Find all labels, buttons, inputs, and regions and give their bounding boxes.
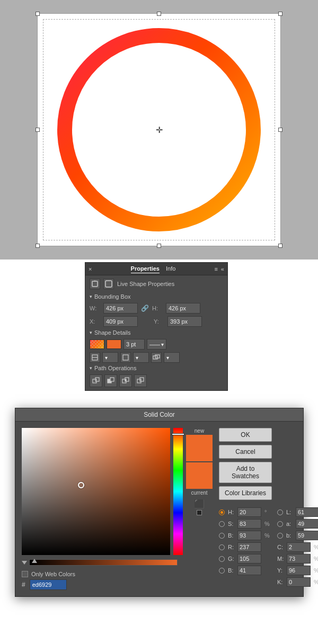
gradient-box[interactable] bbox=[22, 428, 170, 555]
a-radio[interactable] bbox=[277, 521, 283, 527]
panel-menu-button[interactable]: ≡ bbox=[214, 266, 217, 272]
g-field-row: G: bbox=[219, 554, 272, 564]
y-field-value[interactable] bbox=[287, 566, 311, 575]
path-op-exclude[interactable] bbox=[134, 374, 147, 387]
a-field-value[interactable] bbox=[296, 519, 318, 529]
panel-close-button[interactable]: × bbox=[89, 266, 92, 272]
h-radio[interactable] bbox=[219, 509, 225, 515]
slider-thumb bbox=[32, 559, 37, 563]
ok-button[interactable]: OK bbox=[219, 428, 272, 442]
m-field-row: M: % bbox=[277, 554, 318, 564]
b-field-row: B: % bbox=[219, 531, 272, 540]
add-to-swatches-button[interactable]: Add to Swatches bbox=[219, 462, 272, 483]
stroke-width-input[interactable] bbox=[123, 339, 145, 350]
small-square-icon bbox=[197, 510, 202, 515]
m-field-unit: % bbox=[314, 556, 318, 562]
path-operations-header[interactable]: ▾ Path Operations bbox=[90, 365, 223, 371]
s-field-value[interactable] bbox=[237, 519, 261, 529]
m-field-value[interactable] bbox=[287, 554, 311, 564]
color-picker-gradient[interactable] bbox=[22, 428, 170, 555]
svg-rect-12 bbox=[110, 378, 114, 381]
b-field-value[interactable] bbox=[237, 531, 261, 540]
live-shape-row: Live Shape Properties bbox=[90, 279, 223, 289]
g-field-value[interactable] bbox=[237, 554, 261, 564]
dialog-title: Solid Color bbox=[144, 411, 175, 418]
align-icon3[interactable] bbox=[151, 352, 162, 363]
y-label: Y: bbox=[154, 318, 164, 325]
color-libraries-button[interactable]: Color Libraries bbox=[219, 486, 272, 500]
stroke-type-dropdown[interactable]: ——▾ bbox=[147, 339, 166, 350]
y-input[interactable] bbox=[167, 316, 202, 327]
fill-swatch[interactable] bbox=[90, 339, 104, 349]
g-radio[interactable] bbox=[219, 556, 225, 562]
b2-radio[interactable] bbox=[277, 533, 283, 539]
shape-details-label: Shape Details bbox=[94, 329, 131, 336]
hue-slider[interactable] bbox=[173, 428, 183, 555]
bounding-box-arrow: ▾ bbox=[90, 294, 92, 299]
handle-ml[interactable] bbox=[36, 128, 40, 132]
handle-bm[interactable] bbox=[157, 244, 161, 248]
circle-svg[interactable] bbox=[53, 24, 265, 236]
svg-rect-3 bbox=[105, 281, 112, 287]
handle-tm[interactable] bbox=[157, 12, 161, 16]
bounding-box-label: Bounding Box bbox=[94, 293, 131, 300]
handle-tr[interactable] bbox=[278, 12, 282, 16]
web-colors-row: Only Web Colors bbox=[22, 571, 213, 577]
path-op-minus-front[interactable] bbox=[104, 374, 117, 387]
transform-icon-btn[interactable] bbox=[90, 279, 100, 289]
l-radio[interactable] bbox=[277, 509, 283, 515]
h-input[interactable] bbox=[166, 303, 200, 314]
y-field-unit: % bbox=[314, 567, 318, 574]
h-field-value[interactable] bbox=[237, 507, 261, 517]
circle-container bbox=[53, 24, 265, 236]
k-field-value[interactable] bbox=[287, 577, 311, 587]
align-dropdown3[interactable]: ▾ bbox=[164, 352, 180, 363]
bounding-box-header[interactable]: ▾ Bounding Box bbox=[90, 293, 223, 300]
path-op-unite[interactable] bbox=[90, 374, 102, 387]
shape-details-header[interactable]: ▾ Shape Details bbox=[90, 329, 223, 336]
handle-tl[interactable] bbox=[36, 12, 40, 16]
web-colors-checkbox[interactable] bbox=[22, 571, 28, 577]
y-field-row: Y: % bbox=[277, 566, 318, 575]
b-field-label: B: bbox=[228, 532, 234, 539]
x-input[interactable] bbox=[103, 316, 138, 327]
w-input[interactable] bbox=[103, 303, 138, 314]
current-label: current bbox=[191, 490, 207, 496]
alpha-slider[interactable] bbox=[29, 559, 178, 566]
align-dropdown2[interactable]: ▾ bbox=[133, 352, 149, 363]
c-field-value[interactable] bbox=[287, 542, 311, 552]
shape-icon-btn[interactable] bbox=[103, 279, 114, 289]
h-field-label: H: bbox=[228, 509, 234, 515]
b2-field-value[interactable] bbox=[296, 531, 318, 540]
panel-titlebar: × Properties Info ≡ « bbox=[85, 263, 227, 275]
new-label: new bbox=[195, 428, 204, 434]
blue-radio[interactable] bbox=[219, 568, 225, 574]
g-field-label: G: bbox=[228, 556, 234, 562]
s-radio[interactable] bbox=[219, 521, 225, 527]
r-radio[interactable] bbox=[219, 544, 225, 550]
panel-expand-button[interactable]: « bbox=[221, 266, 224, 272]
handle-bl[interactable] bbox=[36, 244, 40, 248]
c-field-row: C: % bbox=[277, 542, 318, 552]
r-field-label: R: bbox=[228, 544, 234, 550]
align-icon2[interactable] bbox=[120, 352, 131, 363]
path-op-intersect[interactable] bbox=[119, 374, 132, 387]
b-radio[interactable] bbox=[219, 533, 225, 539]
blue-field-value[interactable] bbox=[237, 566, 261, 575]
r-field-value[interactable] bbox=[237, 542, 261, 552]
tab-info[interactable]: Info bbox=[166, 264, 175, 273]
handle-br[interactable] bbox=[278, 244, 282, 248]
l-field-value[interactable] bbox=[296, 507, 318, 517]
color-new-swatch[interactable] bbox=[186, 435, 213, 461]
handle-mr[interactable] bbox=[278, 128, 282, 132]
stroke-swatch[interactable] bbox=[107, 339, 121, 349]
tab-properties[interactable]: Properties bbox=[131, 264, 160, 273]
cancel-button[interactable]: Cancel bbox=[219, 445, 272, 459]
hex-input[interactable] bbox=[30, 579, 67, 590]
align-dropdown1[interactable]: ▾ bbox=[102, 352, 118, 363]
align-icon1[interactable] bbox=[90, 352, 100, 363]
blue-field-row: B: bbox=[219, 566, 272, 575]
color-current-swatch[interactable] bbox=[186, 462, 213, 489]
link-icon[interactable]: 🔗 bbox=[141, 305, 149, 312]
color-preview-area: new current ⬛ bbox=[186, 428, 213, 555]
